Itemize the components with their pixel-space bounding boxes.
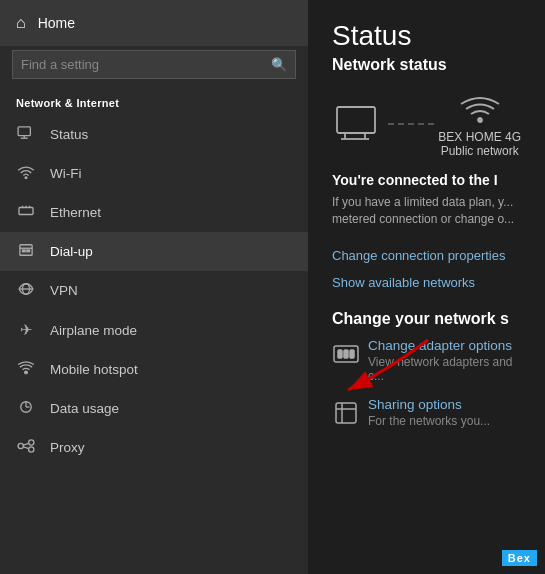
- sidebar-item-hotspot[interactable]: Mobile hotspot: [0, 350, 308, 389]
- status-icon: [16, 126, 36, 143]
- svg-point-20: [29, 447, 34, 452]
- svg-rect-30: [344, 350, 348, 358]
- search-icon: 🔍: [271, 57, 287, 72]
- sidebar-item-label: VPN: [50, 283, 78, 298]
- change-connection-link[interactable]: Change connection properties: [332, 242, 521, 269]
- adapter-icon: [332, 340, 368, 373]
- connected-text: You're connected to the I: [332, 172, 521, 188]
- sidebar-item-airplane[interactable]: ✈ Airplane mode: [0, 310, 308, 350]
- svg-point-19: [29, 440, 34, 445]
- sidebar-item-label: Dial-up: [50, 244, 93, 259]
- hotspot-icon: [16, 361, 36, 378]
- change-adapter-action: Change adapter options View network adap…: [332, 338, 521, 383]
- svg-line-21: [23, 443, 28, 445]
- sidebar-item-datausage[interactable]: Data usage: [0, 389, 308, 428]
- change-network-heading: Change your network s: [332, 310, 521, 328]
- sidebar-item-label: Proxy: [50, 440, 85, 455]
- svg-rect-11: [27, 250, 30, 252]
- sidebar-item-label: Ethernet: [50, 205, 101, 220]
- sidebar-section-title: Network & Internet: [0, 89, 308, 115]
- svg-point-27: [478, 118, 482, 122]
- sidebar-item-label: Airplane mode: [50, 323, 137, 338]
- search-box: 🔍: [12, 50, 296, 79]
- dialup-icon: [16, 243, 36, 260]
- sidebar-item-ethernet[interactable]: Ethernet: [0, 193, 308, 232]
- ethernet-icon: [16, 204, 36, 221]
- svg-point-18: [18, 443, 23, 448]
- adapter-title[interactable]: Change adapter options: [368, 338, 521, 353]
- search-input[interactable]: [21, 57, 271, 72]
- sidebar-item-status[interactable]: Status: [0, 115, 308, 154]
- svg-rect-29: [338, 350, 342, 358]
- datausage-icon: [16, 400, 36, 417]
- svg-rect-8: [20, 245, 32, 256]
- sidebar-item-label: Mobile hotspot: [50, 362, 138, 377]
- sharing-action: Sharing options For the networks you...: [332, 397, 521, 432]
- sidebar: ⌂ Home 🔍 Network & Internet Status: [0, 0, 308, 574]
- main-content: Status Network status BEX HOME 4G Public…: [308, 0, 545, 574]
- svg-rect-31: [350, 350, 354, 358]
- monitor-icon: [332, 103, 384, 145]
- home-label: Home: [38, 15, 75, 31]
- description-text: If you have a limited data plan, y... me…: [332, 194, 521, 228]
- wifi-name: BEX HOME 4G Public network: [438, 130, 521, 158]
- sidebar-item-label: Wi-Fi: [50, 166, 81, 181]
- connection-line: [388, 123, 434, 125]
- svg-rect-23: [337, 107, 375, 133]
- wifi-signal-block: BEX HOME 4G Public network: [438, 90, 521, 158]
- svg-rect-10: [23, 250, 26, 252]
- sidebar-home-item[interactable]: ⌂ Home: [0, 0, 308, 46]
- adapter-text-block: Change adapter options View network adap…: [368, 338, 521, 383]
- sidebar-item-proxy[interactable]: Proxy: [0, 428, 308, 467]
- wifi-nav-icon: [16, 165, 36, 182]
- sharing-desc: For the networks you...: [368, 414, 521, 428]
- page-title: Status: [332, 20, 521, 52]
- sidebar-item-label: Data usage: [50, 401, 119, 416]
- sidebar-item-label: Status: [50, 127, 88, 142]
- adapter-desc: View network adapters and c...: [368, 355, 521, 383]
- proxy-icon: [16, 439, 36, 456]
- network-status-heading: Network status: [332, 56, 521, 74]
- svg-point-14: [25, 371, 28, 374]
- sidebar-item-wifi[interactable]: Wi-Fi: [0, 154, 308, 193]
- vpn-icon: [16, 282, 36, 299]
- home-icon: ⌂: [16, 14, 26, 32]
- sidebar-item-dialup[interactable]: Dial-up: [0, 232, 308, 271]
- sharing-text-block: Sharing options For the networks you...: [368, 397, 521, 428]
- svg-point-3: [25, 177, 27, 179]
- network-illustration: BEX HOME 4G Public network: [332, 90, 521, 158]
- svg-line-22: [23, 447, 28, 449]
- svg-rect-4: [19, 208, 33, 215]
- airplane-icon: ✈: [16, 321, 36, 339]
- sidebar-item-vpn[interactable]: VPN: [0, 271, 308, 310]
- watermark-badge: Bex: [502, 550, 537, 566]
- sharing-title[interactable]: Sharing options: [368, 397, 521, 412]
- show-networks-link[interactable]: Show available networks: [332, 269, 521, 296]
- sharing-icon: [332, 399, 368, 432]
- svg-rect-0: [18, 127, 30, 136]
- svg-rect-32: [336, 403, 356, 423]
